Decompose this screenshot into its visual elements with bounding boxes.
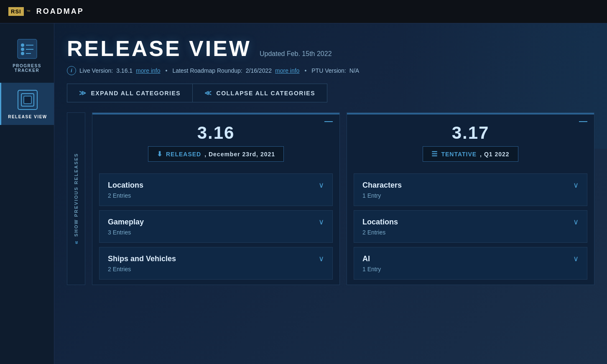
version-number-316: 3.16 xyxy=(102,123,329,143)
cat-header-317-ai: AI ∨ xyxy=(362,254,579,263)
release-view-icon xyxy=(16,89,39,111)
cat-header-317-locations: Locations ∨ xyxy=(362,217,579,227)
collapse-icon: ≪ xyxy=(204,89,212,97)
main-content: RELEASE VIEW Updated Feb. 15th 2022 i Li… xyxy=(54,23,607,364)
svg-rect-9 xyxy=(24,96,31,104)
nav-title: ROADMAP xyxy=(36,7,84,16)
top-nav: RSI ™ ROADMAP xyxy=(0,0,607,23)
sidebar-item-release-view[interactable]: RELEASE VIEW xyxy=(0,83,54,125)
badge-date-317: , Q1 2022 xyxy=(480,151,510,158)
ptu-version: N/A xyxy=(349,67,359,74)
svg-point-3 xyxy=(21,48,24,51)
live-version-label: Live Version: xyxy=(79,67,113,74)
version-number-317: 3.17 xyxy=(357,123,584,143)
badge-icon-317: ☰ xyxy=(431,150,438,158)
badge-icon-316: ⬇ xyxy=(157,150,163,158)
cat-entries-317-characters: 1 Entry xyxy=(362,192,579,199)
category-item-317-locations[interactable]: Locations ∨ 2 Entries xyxy=(354,210,587,243)
chevron-left-icon: « xyxy=(73,240,79,244)
roundup-label: Latest Roadmap Roundup: xyxy=(172,67,242,74)
badge-status-316: RELEASED xyxy=(166,151,201,158)
live-version-value: 3.16.1 xyxy=(116,67,133,74)
releases-area: « SHOW PREVIOUS RELEASES 3.16 ⬇ RELEASED… xyxy=(67,112,594,285)
category-item-316-gameplay[interactable]: Gameplay ∨ 3 Entries xyxy=(99,210,333,243)
sep-1: • xyxy=(165,67,167,74)
page-updated: Updated Feb. 15th 2022 xyxy=(260,50,332,58)
category-item-316-locations[interactable]: Locations ∨ 2 Entries xyxy=(99,173,333,206)
sidebar-release-label: RELEASE VIEW xyxy=(8,115,47,119)
version-badge-317: ☰ TENTATIVE , Q1 2022 xyxy=(423,146,518,162)
cat-name-317-characters: Characters xyxy=(362,181,402,190)
cat-header-316-locations: Locations ∨ xyxy=(108,181,324,190)
page-title: RELEASE VIEW xyxy=(67,36,251,61)
minimize-button-316[interactable] xyxy=(324,121,333,122)
cat-header-316-ships: Ships and Vehicles ∨ xyxy=(108,254,324,263)
sep-2: • xyxy=(304,67,306,74)
sidebar-item-progress-tracker[interactable]: PROGRESS TRACKER xyxy=(0,32,54,79)
version-badge-316: ⬇ RELEASED , December 23rd, 2021 xyxy=(148,146,284,162)
version-card-317: 3.17 ☰ TENTATIVE , Q1 2022 Characters ∨ xyxy=(347,112,594,285)
cat-entries-317-ai: 1 Entry xyxy=(362,266,579,272)
badge-date-316: , December 23rd, 2021 xyxy=(204,151,275,158)
info-icon: i xyxy=(67,66,76,75)
cat-name-316-gameplay: Gameplay xyxy=(108,218,144,227)
badge-status-317: TENTATIVE xyxy=(441,151,477,158)
expand-label: EXPAND ALL CATEGORIES xyxy=(91,90,181,97)
sidebar-progress-label: PROGRESS TRACKER xyxy=(4,64,50,73)
minimize-button-317[interactable] xyxy=(579,121,587,122)
cat-chevron-316-gameplay: ∨ xyxy=(319,217,324,227)
cat-chevron-316-locations: ∨ xyxy=(319,181,324,190)
category-item-317-characters[interactable]: Characters ∨ 1 Entry xyxy=(354,173,587,206)
roundup-date: 2/16/2022 xyxy=(246,67,272,74)
more-info-link-1[interactable]: more info xyxy=(136,67,160,74)
category-item-317-ai[interactable]: AI ∨ 1 Entry xyxy=(354,247,587,280)
prev-releases-text: « SHOW PREVIOUS RELEASES xyxy=(73,153,79,244)
cat-header-316-gameplay: Gameplay ∨ xyxy=(108,217,324,227)
version-header-316: 3.16 ⬇ RELEASED , December 23rd, 2021 xyxy=(92,115,339,168)
version-header-317: 3.17 ☰ TENTATIVE , Q1 2022 xyxy=(347,115,594,168)
cat-name-316-ships: Ships and Vehicles xyxy=(108,255,176,263)
collapse-all-button[interactable]: ≪ COLLAPSE ALL CATEGORIES xyxy=(192,84,327,102)
progress-tracker-icon xyxy=(16,38,38,60)
more-info-link-2[interactable]: more info xyxy=(275,67,299,74)
sidebar: PROGRESS TRACKER RELEASE VIEW xyxy=(0,23,54,364)
page-header: RELEASE VIEW Updated Feb. 15th 2022 i Li… xyxy=(67,36,594,75)
layout: PROGRESS TRACKER RELEASE VIEW RELEASE VI… xyxy=(0,23,607,364)
cat-chevron-317-characters: ∨ xyxy=(573,181,579,190)
prev-releases-handle[interactable]: « SHOW PREVIOUS RELEASES xyxy=(67,112,85,285)
cat-chevron-317-locations: ∨ xyxy=(573,217,579,227)
cat-entries-316-gameplay: 3 Entries xyxy=(108,229,324,236)
categories-316: Locations ∨ 2 Entries Gameplay ∨ 3 Entri… xyxy=(92,168,339,285)
info-row: i Live Version: 3.16.1 more info • Lates… xyxy=(67,66,594,75)
controls-row: ≫ EXPAND ALL CATEGORIES ≪ COLLAPSE ALL C… xyxy=(67,84,594,102)
title-row: RELEASE VIEW Updated Feb. 15th 2022 xyxy=(67,36,594,61)
cat-name-316-locations: Locations xyxy=(108,181,143,190)
rsi-badge-text: RSI xyxy=(8,7,24,16)
expand-icon: ≫ xyxy=(79,89,87,97)
category-item-316-ships[interactable]: Ships and Vehicles ∨ 2 Entries xyxy=(99,247,333,280)
expand-all-button[interactable]: ≫ EXPAND ALL CATEGORIES xyxy=(67,84,192,102)
version-card-316: 3.16 ⬇ RELEASED , December 23rd, 2021 Lo… xyxy=(92,112,340,285)
categories-317: Characters ∨ 1 Entry Locations ∨ 2 Entri… xyxy=(347,168,594,285)
cat-entries-316-locations: 2 Entries xyxy=(108,192,324,199)
rsi-logo: RSI ™ xyxy=(8,7,31,16)
cat-name-317-ai: AI xyxy=(362,255,370,263)
cat-name-317-locations: Locations xyxy=(362,218,398,227)
cat-chevron-317-ai: ∨ xyxy=(573,254,579,263)
ptu-label: PTU Version: xyxy=(311,67,346,74)
rsi-tm: ™ xyxy=(26,9,31,14)
svg-point-5 xyxy=(21,52,24,55)
cat-entries-316-ships: 2 Entries xyxy=(108,266,324,272)
collapse-label: COLLAPSE ALL CATEGORIES xyxy=(217,90,315,97)
cat-chevron-316-ships: ∨ xyxy=(319,254,324,263)
cat-entries-317-locations: 2 Entries xyxy=(362,229,579,236)
cat-header-317-characters: Characters ∨ xyxy=(362,181,579,190)
svg-point-1 xyxy=(21,43,24,47)
